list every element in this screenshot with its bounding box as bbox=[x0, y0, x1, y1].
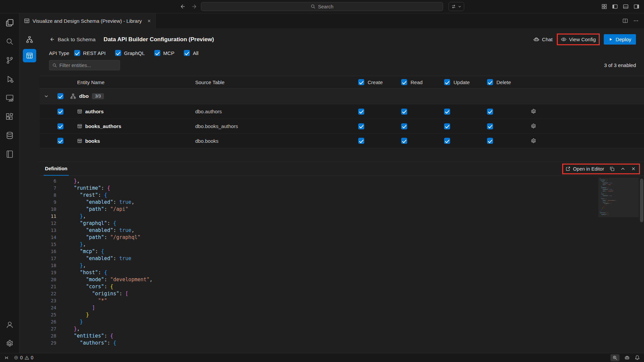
toggle-sidebar-icon[interactable] bbox=[612, 4, 618, 9]
checkbox-books-read[interactable] bbox=[401, 138, 407, 144]
api-type-mcp[interactable]: MCP bbox=[154, 50, 174, 56]
zoom-indicator[interactable] bbox=[610, 354, 620, 361]
schema-group-row[interactable]: dbo 3/3 bbox=[40, 88, 644, 104]
session-switch-button[interactable] bbox=[448, 2, 464, 11]
more-actions-icon[interactable] bbox=[633, 18, 639, 23]
toggle-secondary-sidebar-icon[interactable] bbox=[634, 4, 639, 9]
vertical-scrollbar[interactable] bbox=[639, 176, 644, 353]
eye-icon bbox=[561, 37, 567, 42]
sidebar-item-run-debug[interactable] bbox=[0, 70, 19, 88]
checkbox-delete-all[interactable] bbox=[487, 79, 493, 85]
checkbox-update-all[interactable] bbox=[444, 79, 450, 85]
history-navigation bbox=[179, 3, 198, 10]
definition-actions: Open in Editor bbox=[566, 166, 636, 172]
notifications-bell-icon[interactable] bbox=[635, 355, 640, 360]
chat-button[interactable]: Chat bbox=[533, 37, 553, 43]
row-settings-gear-icon[interactable] bbox=[530, 109, 567, 114]
sidebar-item-database[interactable] bbox=[0, 126, 19, 145]
layout-controls bbox=[601, 4, 639, 9]
sidebar-item-source-control[interactable] bbox=[0, 51, 19, 70]
view-config-button[interactable]: View Config bbox=[561, 37, 596, 42]
checkbox-authors-create[interactable] bbox=[358, 109, 364, 115]
table-icon bbox=[77, 124, 82, 129]
checkbox-rest-api[interactable] bbox=[74, 50, 80, 56]
sidebar-item-remote-explorer[interactable] bbox=[0, 88, 19, 107]
split-editor-icon[interactable] bbox=[623, 18, 628, 23]
group-name: dbo bbox=[79, 93, 89, 99]
row-settings-gear-icon[interactable] bbox=[530, 123, 567, 129]
schema-diagram-view-icon[interactable] bbox=[23, 33, 36, 46]
checkbox-books-authors-create[interactable] bbox=[358, 123, 364, 129]
toggle-panel-icon[interactable] bbox=[623, 4, 629, 9]
search-icon bbox=[311, 4, 316, 9]
command-center-search[interactable]: Search bbox=[201, 2, 443, 11]
collapse-panel-chevron-up-icon[interactable] bbox=[620, 166, 626, 172]
config-header: Back to Schema Data API Builder Configur… bbox=[40, 28, 644, 47]
table-row[interactable]: books_authors dbo.books_authors bbox=[40, 119, 644, 133]
checkbox-read-all[interactable] bbox=[401, 79, 407, 85]
search-icon bbox=[52, 63, 57, 68]
table-icon bbox=[77, 109, 82, 114]
checkbox-authors-delete[interactable] bbox=[487, 109, 493, 115]
api-type-rest-api[interactable]: REST API bbox=[74, 50, 106, 56]
checkbox-row-authors[interactable] bbox=[57, 109, 63, 115]
column-header-source-table: Source Table bbox=[195, 79, 358, 85]
deploy-button[interactable]: Deploy bbox=[604, 34, 636, 45]
checkbox-all[interactable] bbox=[184, 50, 190, 56]
remote-indicator-icon[interactable] bbox=[4, 355, 9, 360]
navigate-forward-icon[interactable] bbox=[192, 3, 198, 10]
close-tab-icon[interactable] bbox=[147, 19, 151, 23]
api-type-graphql[interactable]: GraphQL bbox=[115, 50, 145, 56]
checkbox-create-all[interactable] bbox=[358, 79, 364, 85]
copy-icon[interactable] bbox=[609, 166, 615, 172]
checkbox-authors-read[interactable] bbox=[401, 109, 407, 115]
minimap[interactable]: }, "runtime": { "rest": { "enabled": tru… bbox=[598, 178, 639, 348]
checkbox-authors-update[interactable] bbox=[444, 109, 450, 115]
customize-layout-icon[interactable] bbox=[601, 4, 607, 9]
tab-title: Visualize and Design Schema (Preview) - … bbox=[33, 18, 142, 24]
definition-panel: Definition Open in Editor bbox=[40, 162, 644, 353]
checkbox-row-books[interactable] bbox=[57, 138, 63, 144]
copilot-status-icon[interactable] bbox=[624, 355, 630, 361]
tab-visualize-design-schema[interactable]: Visualize and Design Schema (Preview) - … bbox=[19, 13, 156, 28]
sidebar-item-extensions[interactable] bbox=[0, 107, 19, 126]
row-settings-gear-icon[interactable] bbox=[530, 138, 567, 144]
table-row[interactable]: authors dbo.authors bbox=[40, 104, 644, 119]
account-icon[interactable] bbox=[0, 315, 19, 334]
checkbox-graphql[interactable] bbox=[115, 50, 121, 56]
problems-indicator[interactable]: 0 0 bbox=[14, 355, 34, 360]
checkbox-books-authors-update[interactable] bbox=[444, 123, 450, 129]
checkbox-mcp[interactable] bbox=[154, 50, 160, 56]
checkbox-books-authors-delete[interactable] bbox=[487, 123, 493, 129]
table-row[interactable]: books dbo.books bbox=[40, 133, 644, 148]
sidebar-item-notebooks[interactable] bbox=[0, 145, 19, 164]
designer-toolbar bbox=[19, 28, 40, 353]
code-editor[interactable]: 6 },7 "runtime": {8 "rest": {9 "enabled"… bbox=[40, 176, 644, 353]
chevron-down-icon[interactable] bbox=[44, 94, 49, 99]
navigate-back-icon[interactable] bbox=[179, 3, 185, 10]
checkbox-books-update[interactable] bbox=[444, 138, 450, 144]
sidebar-item-search[interactable] bbox=[0, 32, 19, 51]
close-panel-icon[interactable] bbox=[631, 166, 636, 171]
scrollbar-thumb[interactable] bbox=[640, 179, 643, 222]
checkbox-group-dbo[interactable] bbox=[57, 93, 63, 99]
checkbox-books-create[interactable] bbox=[358, 138, 364, 144]
open-in-editor-button[interactable]: Open in Editor bbox=[566, 166, 604, 172]
settings-gear-icon[interactable] bbox=[0, 334, 19, 353]
play-icon bbox=[608, 37, 613, 42]
schema-designer-icon bbox=[24, 18, 30, 23]
table-designer-view-icon[interactable] bbox=[23, 49, 36, 62]
back-to-schema-button[interactable]: Back to Schema bbox=[49, 37, 96, 43]
checkbox-row-books-authors[interactable] bbox=[57, 123, 63, 129]
checkbox-books-authors-read[interactable] bbox=[401, 123, 407, 129]
group-count-badge: 3/3 bbox=[92, 93, 104, 99]
error-count: 0 bbox=[20, 355, 23, 360]
error-icon bbox=[14, 355, 18, 360]
checkbox-books-delete[interactable] bbox=[487, 138, 493, 144]
api-type-all[interactable]: All bbox=[184, 50, 199, 56]
definition-panel-header: Definition Open in Editor bbox=[40, 162, 644, 176]
sidebar-item-explorer[interactable] bbox=[0, 13, 19, 32]
tab-definition[interactable]: Definition bbox=[44, 162, 69, 176]
filter-entities-input[interactable]: Filter entities... bbox=[49, 60, 120, 70]
api-type-label: API Type bbox=[49, 50, 69, 56]
